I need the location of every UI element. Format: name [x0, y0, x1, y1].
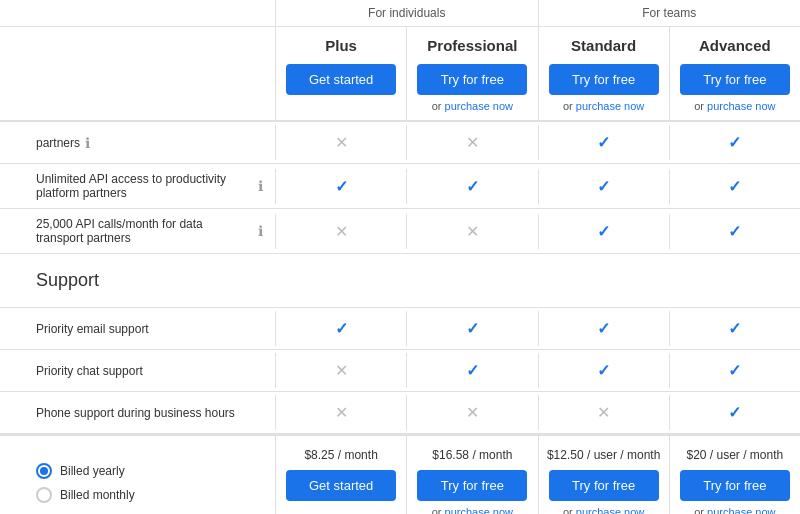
advanced-partners-cell: ✓ — [669, 125, 800, 160]
feature-label-partners: partners — [36, 136, 80, 150]
standard-purchase-link: or purchase now — [543, 100, 665, 112]
professional-purchase-link: or purchase now — [411, 100, 533, 112]
advanced-phone-support-cell: ✓ — [669, 395, 800, 430]
professional-footer-purchase-anchor[interactable]: purchase now — [445, 506, 514, 514]
professional-footer-purchase-link: or purchase now — [411, 506, 533, 514]
standard-chat-support-cell: ✓ — [538, 353, 669, 388]
standard-unlimited-api-cell: ✓ — [538, 169, 669, 204]
support-section-header: Support — [0, 254, 800, 308]
professional-purchase-anchor[interactable]: purchase now — [445, 100, 514, 112]
billing-yearly-option[interactable]: Billed yearly — [36, 463, 263, 479]
cross-icon: ✕ — [335, 222, 348, 241]
standard-price: $12.50 / user / month — [543, 448, 665, 462]
advanced-footer-purchase-link: or purchase now — [674, 506, 796, 514]
check-icon: ✓ — [597, 133, 610, 152]
table-row: partners ℹ ✕ ✕ ✓ ✓ — [0, 122, 800, 164]
standard-purchase-anchor[interactable]: purchase now — [576, 100, 645, 112]
billing-monthly-radio[interactable] — [36, 487, 52, 503]
billing-yearly-radio[interactable] — [36, 463, 52, 479]
advanced-purchase-anchor[interactable]: purchase now — [707, 100, 776, 112]
plus-unlimited-api-cell: ✓ — [275, 169, 406, 204]
support-rows: Priority email support ✓ ✓ ✓ ✓ Priority … — [0, 308, 800, 434]
advanced-footer-col: $20 / user / month Try for free or purch… — [669, 436, 800, 514]
check-icon: ✓ — [597, 222, 610, 241]
cross-icon: ✕ — [335, 403, 348, 422]
info-icon[interactable]: ℹ — [85, 135, 90, 151]
plan-advanced-name: Advanced — [674, 37, 796, 54]
support-label: Support — [36, 270, 99, 291]
table-row: 25,000 API calls/month for data transpor… — [0, 209, 800, 254]
cross-icon: ✕ — [597, 403, 610, 422]
standard-try-free-button[interactable]: Try for free — [549, 64, 659, 95]
advanced-chat-support-cell: ✓ — [669, 353, 800, 388]
professional-email-support-cell: ✓ — [406, 311, 537, 346]
professional-try-free-button[interactable]: Try for free — [417, 64, 527, 95]
standard-footer-col: $12.50 / user / month Try for free or pu… — [538, 436, 669, 514]
check-icon: ✓ — [728, 361, 741, 380]
footer-row: Billed yearly Billed monthly $8.25 / mon… — [0, 434, 800, 514]
table-row: Phone support during business hours ✕ ✕ … — [0, 392, 800, 434]
check-icon: ✓ — [466, 361, 479, 380]
professional-footer-try-free-button[interactable]: Try for free — [417, 470, 527, 501]
standard-footer-purchase-link: or purchase now — [543, 506, 665, 514]
check-icon: ✓ — [728, 177, 741, 196]
feature-label-phone-support: Phone support during business hours — [36, 406, 235, 420]
plus-email-support-cell: ✓ — [275, 311, 406, 346]
cross-icon: ✕ — [335, 133, 348, 152]
standard-email-support-cell: ✓ — [538, 311, 669, 346]
advanced-25k-api-cell: ✓ — [669, 214, 800, 249]
table-row: Unlimited API access to productivity pla… — [0, 164, 800, 209]
billing-options: Billed yearly Billed monthly — [0, 436, 275, 514]
standard-phone-support-cell: ✕ — [538, 395, 669, 430]
plans-header: Plus Get started Professional Try for fr… — [0, 27, 800, 122]
advanced-try-free-button[interactable]: Try for free — [680, 64, 790, 95]
check-icon: ✓ — [728, 222, 741, 241]
feature-col-header — [0, 27, 275, 120]
feature-cell-25k-api: 25,000 API calls/month for data transpor… — [0, 209, 275, 253]
standard-footer-purchase-anchor[interactable]: purchase now — [576, 506, 645, 514]
plan-professional-header: Professional Try for free or purchase no… — [406, 27, 537, 120]
check-icon: ✓ — [597, 361, 610, 380]
billing-yearly-label: Billed yearly — [60, 464, 125, 478]
plus-partners-cell: ✕ — [275, 125, 406, 160]
professional-chat-support-cell: ✓ — [406, 353, 537, 388]
professional-footer-col: $16.58 / month Try for free or purchase … — [406, 436, 537, 514]
check-icon: ✓ — [335, 319, 348, 338]
professional-partners-cell: ✕ — [406, 125, 537, 160]
advanced-footer-try-free-button[interactable]: Try for free — [680, 470, 790, 501]
plus-get-started-button[interactable]: Get started — [286, 64, 396, 95]
feature-label-25k-api: 25,000 API calls/month for data transpor… — [36, 217, 253, 245]
plan-plus-name: Plus — [280, 37, 402, 54]
cross-icon: ✕ — [466, 222, 479, 241]
plus-chat-support-cell: ✕ — [275, 353, 406, 388]
table-row: Priority chat support ✕ ✓ ✓ ✓ — [0, 350, 800, 392]
plus-footer-get-started-button[interactable]: Get started — [286, 470, 396, 501]
cross-icon: ✕ — [335, 361, 348, 380]
teams-group-label: For teams — [538, 0, 801, 26]
group-header-bar: For individuals For teams — [0, 0, 800, 27]
feature-cell-email-support: Priority email support — [0, 314, 275, 344]
plus-price: $8.25 / month — [280, 448, 402, 462]
plus-footer-col: $8.25 / month Get started — [275, 436, 406, 514]
check-icon: ✓ — [728, 319, 741, 338]
standard-footer-try-free-button[interactable]: Try for free — [549, 470, 659, 501]
feature-cell-phone-support: Phone support during business hours — [0, 398, 275, 428]
check-icon: ✓ — [466, 319, 479, 338]
plan-standard-header: Standard Try for free or purchase now — [538, 27, 669, 120]
check-icon: ✓ — [597, 319, 610, 338]
billing-monthly-label: Billed monthly — [60, 488, 135, 502]
feature-cell-unlimited-api: Unlimited API access to productivity pla… — [0, 164, 275, 208]
plus-25k-api-cell: ✕ — [275, 214, 406, 249]
professional-25k-api-cell: ✕ — [406, 214, 537, 249]
info-icon[interactable]: ℹ — [258, 223, 263, 239]
check-icon: ✓ — [597, 177, 610, 196]
feature-rows: partners ℹ ✕ ✕ ✓ ✓ Unlimited API access … — [0, 122, 800, 254]
billing-monthly-option[interactable]: Billed monthly — [36, 487, 263, 503]
spacer — [0, 0, 275, 26]
advanced-email-support-cell: ✓ — [669, 311, 800, 346]
advanced-footer-purchase-anchor[interactable]: purchase now — [707, 506, 776, 514]
standard-partners-cell: ✓ — [538, 125, 669, 160]
cross-icon: ✕ — [466, 133, 479, 152]
plus-phone-support-cell: ✕ — [275, 395, 406, 430]
info-icon[interactable]: ℹ — [258, 178, 263, 194]
